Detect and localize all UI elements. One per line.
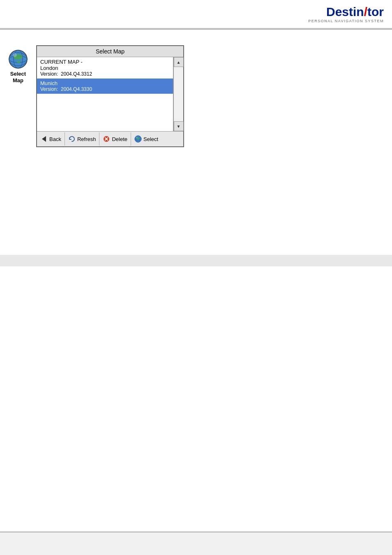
svg-point-11 (136, 137, 138, 139)
gray-mid-bar (0, 255, 392, 266)
back-button[interactable]: Back (37, 132, 65, 146)
scroll-down-button[interactable]: ▼ (174, 121, 184, 131)
side-icon-area: Select Map (8, 49, 28, 83)
delete-label: Delete (112, 136, 127, 142)
bottom-footer (0, 532, 392, 555)
back-label: Back (49, 136, 61, 142)
side-icon-label: Select Map (10, 71, 26, 83)
london-header: CURRENT MAP - (40, 59, 170, 65)
refresh-button[interactable]: Refresh (65, 132, 100, 146)
logo-inator: tor (367, 5, 384, 19)
top-header: Destin/tor Personal Navigation System (0, 0, 392, 29)
logo-slash: / (364, 5, 367, 19)
svg-point-4 (13, 53, 17, 57)
dialog-title: Select Map (37, 46, 183, 57)
munich-name: Munich (40, 80, 170, 86)
select-map-dialog: Select Map CURRENT MAP - London Version:… (36, 45, 184, 147)
select-label: Select (143, 136, 158, 142)
select-button[interactable]: Select (131, 132, 161, 146)
refresh-icon (68, 135, 76, 143)
logo-area: Destin/tor Personal Navigation System (308, 5, 384, 23)
london-name: London (40, 65, 170, 71)
list-scrollbar: ▲ ▼ (173, 57, 183, 131)
globe-icon (8, 49, 28, 69)
content-area: Select Map Select Map CURRENT MAP - Lond… (0, 33, 392, 530)
logo-dest: Destin (326, 5, 364, 19)
scroll-up-button[interactable]: ▲ (174, 57, 184, 67)
munich-version: Version: 2004.Q4.3330 (40, 86, 170, 92)
dialog-footer: Back Refresh (37, 131, 183, 146)
delete-button[interactable]: Delete (99, 132, 131, 146)
back-icon (40, 135, 48, 143)
list-item-london[interactable]: CURRENT MAP - London Version: 2004.Q4.33… (37, 57, 173, 79)
logo-subtitle: Personal Navigation System (308, 19, 384, 23)
list-item-munich[interactable]: Munich Version: 2004.Q4.3330 (37, 79, 173, 94)
destinator-logo: Destin/tor (326, 5, 384, 19)
header-divider (0, 29, 392, 30)
dialog-body: CURRENT MAP - London Version: 2004.Q4.33… (37, 57, 183, 131)
map-list: CURRENT MAP - London Version: 2004.Q4.33… (37, 57, 173, 131)
london-version: Version: 2004.Q4.3312 (40, 71, 170, 77)
refresh-label: Refresh (77, 136, 96, 142)
delete-icon (103, 135, 110, 143)
select-icon (134, 135, 142, 143)
